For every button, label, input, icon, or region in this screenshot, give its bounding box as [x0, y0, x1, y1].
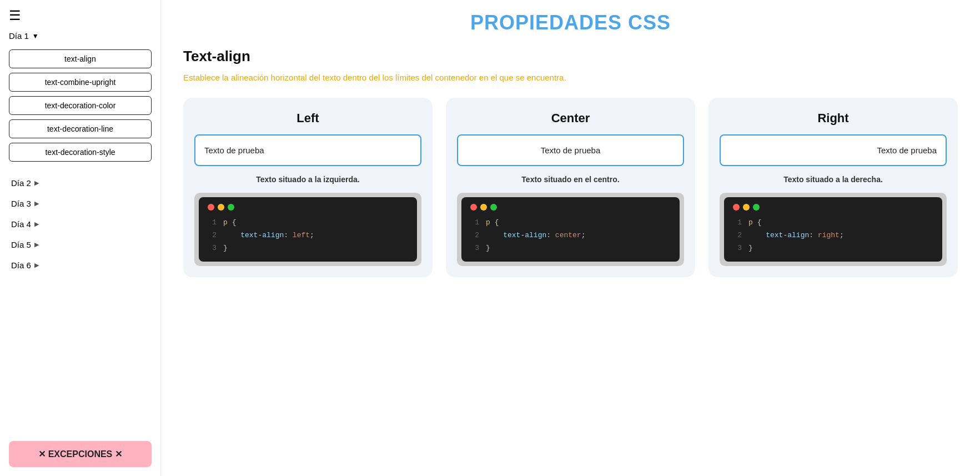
section-title: Text-align [183, 48, 958, 65]
card-left-title: Left [296, 111, 319, 126]
code-line-2-right: 2 text-align: right; [733, 229, 933, 242]
dia4-label: Día 4 [11, 219, 31, 229]
nav-item-text-combine-upright[interactable]: text-combine-upright [9, 73, 152, 92]
tl-green-center [490, 204, 497, 211]
excepciones-button[interactable]: ✕ EXCEPCIONES ✕ [9, 441, 152, 467]
sidebar-item-dia3[interactable]: Día 3 ▶ [9, 193, 152, 214]
nav-item-text-decoration-line[interactable]: text-decoration-line [9, 119, 152, 138]
tl-green-left [228, 204, 234, 211]
dia3-label: Día 3 [11, 199, 31, 208]
code-block-right: 1 p { 2 text-align: right; 3 } [724, 197, 942, 262]
card-right: Right Texto de prueba Texto situado a la… [708, 98, 958, 277]
code-line-1-left: 1 p { [208, 216, 408, 229]
nav-item-text-align[interactable]: text-align [9, 49, 152, 68]
traffic-lights-right [733, 204, 933, 211]
code-block-center: 1 p { 2 text-align: center; 3 } [461, 197, 680, 262]
hamburger-symbol: ☰ [9, 8, 21, 23]
nav-item-text-decoration-style[interactable]: text-decoration-style [9, 143, 152, 162]
code-line-1-right: 1 p { [733, 216, 933, 229]
demo-box-center: Texto de prueba [457, 134, 684, 166]
hamburger-icon[interactable]: ☰ [9, 9, 152, 22]
code-block-wrapper-left: 1 p { 2 text-align: left; 3 } [194, 193, 421, 266]
cards-container: Left Texto de prueba Texto situado a la … [183, 98, 958, 277]
sidebar-item-dia4[interactable]: Día 4 ▶ [9, 214, 152, 234]
dia5-label: Día 5 [11, 240, 31, 249]
demo-right-description: Texto situado a la derecha. [783, 175, 883, 184]
code-line-3-center: 3 } [470, 242, 671, 254]
tl-green-right [753, 204, 760, 211]
demo-box-right: Texto de prueba [720, 134, 947, 166]
card-right-title: Right [817, 111, 848, 126]
code-line-3-left: 3 } [208, 242, 408, 254]
demo-center-description: Texto situado en el centro. [521, 175, 619, 184]
nav-items: text-align text-combine-upright text-dec… [9, 49, 152, 162]
dia5-arrow-icon: ▶ [34, 241, 39, 248]
code-block-left: 1 p { 2 text-align: left; 3 } [199, 197, 417, 262]
sidebar: ☰ Día 1 ▼ text-align text-combine-uprigh… [0, 0, 161, 476]
demo-left-description: Texto situado a la izquierda. [256, 175, 359, 184]
tl-red-right [733, 204, 740, 211]
code-line-2-left: 2 text-align: left; [208, 229, 408, 242]
code-line-3-right: 3 } [733, 242, 933, 254]
code-line-2-center: 2 text-align: center; [470, 229, 671, 242]
card-left: Left Texto de prueba Texto situado a la … [183, 98, 433, 277]
sidebar-item-dia2[interactable]: Día 2 ▶ [9, 173, 152, 193]
dia1-label: Día 1 [9, 31, 29, 41]
section-description: Establece la alineación horizontal del t… [183, 72, 958, 84]
dia-section: Día 2 ▶ Día 3 ▶ Día 4 ▶ Día 5 ▶ Día 6 ▶ [9, 173, 152, 275]
code-block-wrapper-center: 1 p { 2 text-align: center; 3 } [457, 193, 684, 266]
dia2-label: Día 2 [11, 178, 31, 188]
dia1-chevron-icon: ▼ [32, 32, 39, 40]
dia1-dropdown[interactable]: Día 1 ▼ [9, 31, 152, 41]
tl-red-center [470, 204, 477, 211]
page-title: PROPIEDADES CSS [183, 11, 958, 34]
main-content: PROPIEDADES CSS Text-align Establece la … [161, 0, 980, 476]
dia6-arrow-icon: ▶ [34, 262, 39, 269]
dia4-arrow-icon: ▶ [34, 221, 39, 228]
card-center: Center Texto de prueba Texto situado en … [446, 98, 695, 277]
tl-red-left [208, 204, 214, 211]
demo-box-left: Texto de prueba [194, 134, 421, 166]
traffic-lights-left [208, 204, 408, 211]
code-line-1-center: 1 p { [470, 216, 671, 229]
tl-yellow-right [743, 204, 750, 211]
card-center-title: Center [551, 111, 590, 126]
nav-item-text-decoration-color[interactable]: text-decoration-color [9, 96, 152, 115]
dia3-arrow-icon: ▶ [34, 200, 39, 207]
tl-yellow-left [218, 204, 224, 211]
dia2-arrow-icon: ▶ [34, 179, 39, 187]
sidebar-item-dia5[interactable]: Día 5 ▶ [9, 234, 152, 255]
sidebar-item-dia6[interactable]: Día 6 ▶ [9, 255, 152, 275]
traffic-lights-center [470, 204, 671, 211]
dia6-label: Día 6 [11, 260, 31, 270]
code-block-wrapper-right: 1 p { 2 text-align: right; 3 } [720, 193, 947, 266]
tl-yellow-center [480, 204, 487, 211]
